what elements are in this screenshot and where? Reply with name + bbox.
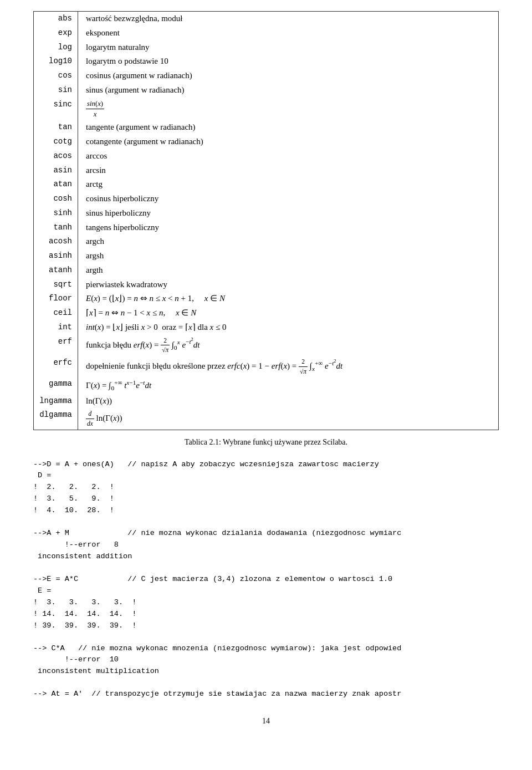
- func-desc: cosinus hiperboliczny: [78, 192, 499, 206]
- table-row: int int(x) = ⌊x⌋ jeśli x > 0 oraz = ⌈x⌉ …: [34, 320, 499, 335]
- func-desc: dopełnienie funkcji błędu określone prze…: [78, 356, 499, 377]
- func-name: abs: [34, 12, 78, 26]
- func-name: sinh: [34, 206, 78, 221]
- table-row: cos cosinus (argument w radianach): [34, 69, 499, 83]
- func-name: log: [34, 40, 78, 55]
- sinc-fraction: sin(x) x: [86, 99, 104, 120]
- code-block-5: --> At = A' // transpozycje otrzymuje si…: [33, 689, 499, 700]
- func-name: asinh: [34, 249, 78, 263]
- table-row: sinc sin(x) x: [34, 98, 499, 121]
- func-desc: cotangente (argument w radianach): [78, 135, 499, 149]
- table-row: abs wartość bezwzględna, moduł: [34, 12, 499, 26]
- code-block-2: -->A + M // nie mozna wykonac dzialania …: [33, 528, 499, 563]
- func-name: acos: [34, 149, 78, 164]
- func-name: erf: [34, 335, 78, 356]
- func-desc: int(x) = ⌊x⌋ jeśli x > 0 oraz = ⌈x⌉ dla …: [78, 320, 499, 335]
- func-desc: argsh: [78, 249, 499, 263]
- func-desc: d dx ln(Γ(x)): [78, 408, 499, 430]
- func-name: sqrt: [34, 278, 78, 292]
- table-row: dlgamma d dx ln(Γ(x)): [34, 408, 499, 430]
- table-row: asinh argsh: [34, 249, 499, 263]
- code-block-1: -->D = A + ones(A) // napisz A aby zobac…: [33, 459, 499, 517]
- func-desc: funkcja błędu erf(x) = 2 √π ∫0x e−t2dt: [78, 335, 499, 356]
- func-name: dlgamma: [34, 408, 78, 430]
- code-block-4: --> C*A // nie mozna wykonac mnozenia (n…: [33, 643, 499, 678]
- func-desc: arcsin: [78, 164, 499, 178]
- func-desc: cosinus (argument w radianach): [78, 69, 499, 83]
- table-row: sinh sinus hiperboliczny: [34, 206, 499, 221]
- func-name: cos: [34, 69, 78, 83]
- func-name: atan: [34, 177, 78, 192]
- table-row: exp eksponent: [34, 26, 499, 40]
- page-number: 14: [33, 717, 499, 726]
- func-desc: ln(Γ(x)): [78, 394, 499, 409]
- func-desc: eksponent: [78, 26, 499, 40]
- func-name: exp: [34, 26, 78, 40]
- table-row: gamma Γ(x) = ∫0+∞ tx−1e−tdt: [34, 377, 499, 394]
- func-name: floor: [34, 292, 78, 306]
- func-desc: logarytm o podstawie 10: [78, 54, 499, 69]
- table-row: lngamma ln(Γ(x)): [34, 394, 499, 409]
- func-desc: sinus hiperboliczny: [78, 206, 499, 221]
- table-row: ceil ⌈x⌉ = n ⇔ n − 1 < x ≤ n, x ∈ N: [34, 306, 499, 320]
- func-name: ceil: [34, 306, 78, 320]
- table-row: cosh cosinus hiperboliczny: [34, 192, 499, 206]
- table-row: acos arccos: [34, 149, 499, 164]
- func-name: cotg: [34, 135, 78, 149]
- func-desc: tangente (argument w radianach): [78, 120, 499, 135]
- table-row: sin sinus (argument w radianach): [34, 83, 499, 98]
- table-row: log logarytm naturalny: [34, 40, 499, 55]
- func-desc: pierwiastek kwadratowy: [78, 278, 499, 292]
- table-row: log10 logarytm o podstawie 10: [34, 54, 499, 69]
- func-name: sin: [34, 83, 78, 98]
- func-name: int: [34, 320, 78, 335]
- table-row: tanh tangens hiperboliczny: [34, 221, 499, 235]
- table-row: floor E(x) = (⌊x⌋) = n ⇔ n ≤ x < n + 1, …: [34, 292, 499, 306]
- table-row: atanh argth: [34, 263, 499, 278]
- func-desc: arctg: [78, 177, 499, 192]
- table-row: atan arctg: [34, 177, 499, 192]
- func-desc: argch: [78, 234, 499, 249]
- func-name: tanh: [34, 221, 78, 235]
- func-desc: wartość bezwzględna, moduł: [78, 12, 499, 26]
- func-desc: Γ(x) = ∫0+∞ tx−1e−tdt: [78, 377, 499, 394]
- func-name: atanh: [34, 263, 78, 278]
- table-row: erfc dopełnienie funkcji błędu określone…: [34, 356, 499, 377]
- table-row: asin arcsin: [34, 164, 499, 178]
- table-caption: Tablica 2.1: Wybrane funkcj używane prze…: [33, 438, 499, 447]
- func-desc: ⌈x⌉ = n ⇔ n − 1 < x ≤ n, x ∈ N: [78, 306, 499, 320]
- func-name: lngamma: [34, 394, 78, 409]
- func-name: log10: [34, 54, 78, 69]
- func-desc: sin(x) x: [78, 98, 499, 121]
- func-name: erfc: [34, 356, 78, 377]
- table-row: sqrt pierwiastek kwadratowy: [34, 278, 499, 292]
- func-name: tan: [34, 120, 78, 135]
- func-name: gamma: [34, 377, 78, 394]
- func-name: asin: [34, 164, 78, 178]
- function-table: abs wartość bezwzględna, moduł exp ekspo…: [33, 11, 499, 430]
- table-row: erf funkcja błędu erf(x) = 2 √π ∫0x e−t2…: [34, 335, 499, 356]
- func-desc: E(x) = (⌊x⌋) = n ⇔ n ≤ x < n + 1, x ∈ N: [78, 292, 499, 306]
- code-block-3: -->E = A*C // C jest macierza (3,4) zloz…: [33, 574, 499, 632]
- func-desc: sinus (argument w radianach): [78, 83, 499, 98]
- func-desc: arccos: [78, 149, 499, 164]
- func-desc: tangens hiperboliczny: [78, 221, 499, 235]
- func-name: acosh: [34, 234, 78, 249]
- table-row: cotg cotangente (argument w radianach): [34, 135, 499, 149]
- func-desc: argth: [78, 263, 499, 278]
- func-desc: logarytm naturalny: [78, 40, 499, 55]
- table-row: acosh argch: [34, 234, 499, 249]
- table-row: tan tangente (argument w radianach): [34, 120, 499, 135]
- func-name: cosh: [34, 192, 78, 206]
- func-name: sinc: [34, 98, 78, 121]
